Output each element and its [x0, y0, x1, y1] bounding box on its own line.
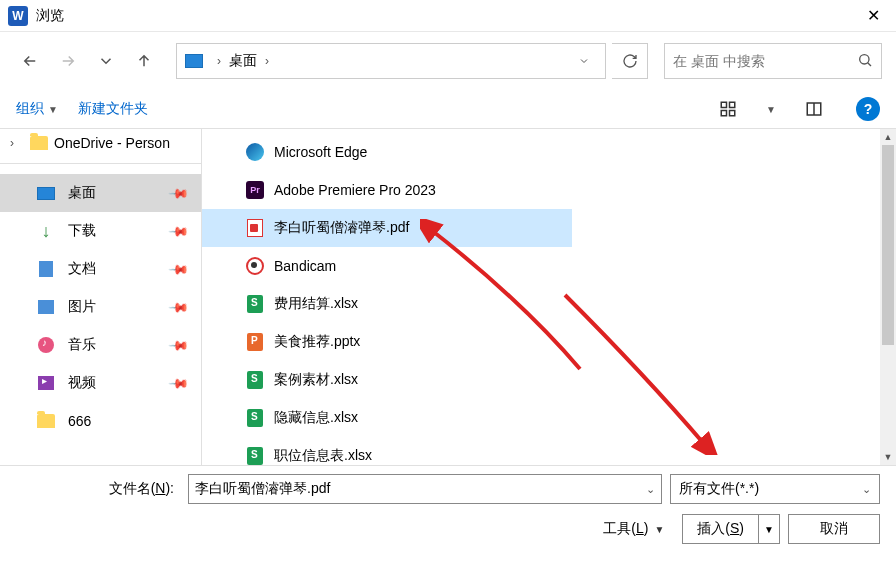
expand-icon[interactable]: ›: [10, 136, 24, 150]
quick-access-item[interactable]: 桌面📌: [0, 174, 201, 212]
close-button[interactable]: ✕: [850, 0, 896, 32]
pin-icon: 📌: [168, 258, 190, 280]
footer: 文件名(N): 李白听蜀僧濬弹琴.pdf ⌄ 所有文件(*.*) ⌄ 工具(L)…: [0, 466, 896, 558]
body-area: › OneDrive - Person 桌面📌↓下载📌文档📌图片📌音乐📌视频📌6…: [0, 129, 896, 465]
quick-item-label: 文档: [68, 260, 96, 278]
desktop-icon: [185, 54, 203, 68]
quick-access-item[interactable]: 视频📌: [0, 364, 201, 402]
title-bar: W 浏览 ✕: [0, 0, 896, 32]
insert-split-button[interactable]: 插入(S) ▼: [682, 514, 780, 544]
svg-rect-4: [730, 111, 735, 116]
filename-value: 李白听蜀僧濬弹琴.pdf: [195, 480, 330, 498]
chevron-down-icon[interactable]: ⌄: [862, 483, 871, 496]
insert-button[interactable]: 插入(S): [682, 514, 758, 544]
quick-item-label: 音乐: [68, 336, 96, 354]
file-row[interactable]: 美食推荐.pptx: [202, 323, 572, 361]
up-button[interactable]: [128, 45, 160, 77]
nav-bar: › 桌面 ›: [0, 32, 896, 90]
file-name: 李白听蜀僧濬弹琴.pdf: [274, 219, 409, 237]
organize-menu[interactable]: 组织▼: [16, 100, 58, 118]
quick-item-label: 桌面: [68, 184, 96, 202]
pin-icon: 📌: [168, 182, 190, 204]
filetype-value: 所有文件(*.*): [679, 480, 759, 498]
svg-rect-2: [730, 102, 735, 107]
file-row[interactable]: Microsoft Edge: [202, 133, 572, 171]
file-row[interactable]: 案例素材.xlsx: [202, 361, 572, 399]
quick-access-item[interactable]: 文档📌: [0, 250, 201, 288]
refresh-button[interactable]: [612, 43, 648, 79]
scrollbar[interactable]: ▲ ▼: [880, 129, 896, 465]
help-button[interactable]: ?: [856, 97, 880, 121]
word-app-icon: W: [8, 6, 28, 26]
file-row[interactable]: PrAdobe Premiere Pro 2023: [202, 171, 572, 209]
file-name: Bandicam: [274, 258, 336, 274]
video-icon: [38, 376, 54, 390]
tree-label: OneDrive - Person: [54, 135, 170, 151]
search-input[interactable]: [673, 53, 857, 69]
view-dropdown[interactable]: ▼: [762, 104, 780, 115]
powerpoint-icon: [247, 333, 263, 351]
forward-button[interactable]: [52, 45, 84, 77]
recent-locations-button[interactable]: [90, 45, 122, 77]
file-name: Adobe Premiere Pro 2023: [274, 182, 436, 198]
toolbar: 组织▼ 新建文件夹 ▼ ?: [0, 90, 896, 128]
file-name: 美食推荐.pptx: [274, 333, 360, 351]
new-folder-button[interactable]: 新建文件夹: [78, 100, 148, 118]
address-dropdown-button[interactable]: [571, 44, 597, 78]
filename-input[interactable]: 李白听蜀僧濬弹琴.pdf ⌄: [188, 474, 662, 504]
scroll-thumb[interactable]: [882, 145, 894, 345]
excel-icon: [247, 409, 263, 427]
music-icon: [38, 337, 54, 353]
tools-menu[interactable]: 工具(L) ▼: [603, 520, 664, 538]
dialog-title: 浏览: [36, 7, 850, 25]
quick-access-item[interactable]: 图片📌: [0, 288, 201, 326]
scroll-down-button[interactable]: ▼: [880, 449, 896, 465]
scroll-up-button[interactable]: ▲: [880, 129, 896, 145]
address-bar[interactable]: › 桌面 ›: [176, 43, 606, 79]
file-row[interactable]: 职位信息表.xlsx: [202, 437, 572, 465]
quick-item-label: 视频: [68, 374, 96, 392]
filetype-select[interactable]: 所有文件(*.*) ⌄: [670, 474, 880, 504]
excel-icon: [247, 295, 263, 313]
folder-icon: [30, 136, 48, 150]
desktop-icon: [37, 187, 55, 200]
picture-icon: [38, 300, 54, 314]
cancel-button[interactable]: 取消: [788, 514, 880, 544]
search-icon[interactable]: [857, 52, 873, 71]
view-large-icons-button[interactable]: [714, 95, 742, 123]
file-name: 费用结算.xlsx: [274, 295, 358, 313]
quick-access-item[interactable]: 音乐📌: [0, 326, 201, 364]
file-list[interactable]: Microsoft EdgePrAdobe Premiere Pro 2023李…: [202, 129, 896, 465]
file-row[interactable]: 李白听蜀僧濬弹琴.pdf: [202, 209, 572, 247]
download-icon: ↓: [42, 221, 51, 242]
pin-icon: 📌: [168, 220, 190, 242]
quick-access-item[interactable]: 666: [0, 402, 201, 440]
quick-item-label: 666: [68, 413, 91, 429]
search-box[interactable]: [664, 43, 882, 79]
folder-icon: [37, 414, 55, 428]
excel-icon: [247, 371, 263, 389]
quick-item-label: 图片: [68, 298, 96, 316]
filename-label: 文件名(N):: [16, 480, 180, 498]
file-name: Microsoft Edge: [274, 144, 367, 160]
tree-item-onedrive[interactable]: › OneDrive - Person: [0, 129, 201, 157]
pin-icon: 📌: [168, 372, 190, 394]
file-name: 案例素材.xlsx: [274, 371, 358, 389]
quick-access-item[interactable]: ↓下载📌: [0, 212, 201, 250]
insert-dropdown-button[interactable]: ▼: [758, 514, 780, 544]
svg-point-0: [860, 54, 869, 63]
back-button[interactable]: [14, 45, 46, 77]
navigation-tree: › OneDrive - Person 桌面📌↓下载📌文档📌图片📌音乐📌视频📌6…: [0, 129, 202, 465]
pin-icon: 📌: [168, 334, 190, 356]
file-row[interactable]: 隐藏信息.xlsx: [202, 399, 572, 437]
svg-rect-1: [721, 102, 726, 107]
excel-icon: [247, 447, 263, 465]
edge-icon: [246, 143, 264, 161]
file-name: 职位信息表.xlsx: [274, 447, 372, 465]
file-row[interactable]: Bandicam: [202, 247, 572, 285]
chevron-right-icon[interactable]: ›: [261, 54, 273, 68]
file-row[interactable]: 费用结算.xlsx: [202, 285, 572, 323]
breadcrumb-desktop[interactable]: 桌面: [225, 52, 261, 70]
preview-pane-button[interactable]: [800, 95, 828, 123]
chevron-down-icon[interactable]: ⌄: [646, 483, 655, 496]
